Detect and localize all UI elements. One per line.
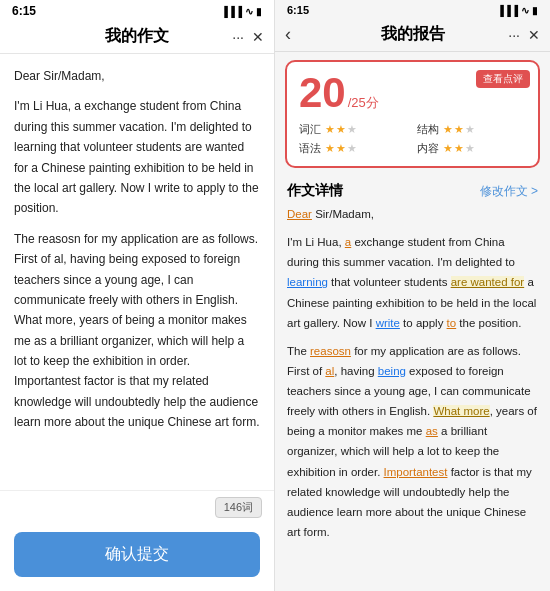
star-1: ★ [325, 123, 335, 136]
grammar-score: 语法 ★ ★ ★ [299, 141, 409, 156]
right-signal-icon: ▐▐▐ [497, 5, 518, 16]
word-count-badge: 146词 [215, 497, 262, 518]
star-3: ★ [465, 142, 475, 155]
right-status-bar: 6:15 ▐▐▐ ∿ ▮ [275, 0, 550, 18]
word-count-bar: 146词 [0, 490, 274, 524]
annotation-to: to [447, 317, 457, 329]
annotation-al: al [325, 365, 334, 377]
essay-text-area[interactable]: Dear Sir/Madam, I'm Li Hua, a exchange s… [0, 54, 274, 490]
star-1: ★ [443, 123, 453, 136]
star-3: ★ [347, 142, 357, 155]
star-2: ★ [454, 142, 464, 155]
score-grid: 词汇 ★ ★ ★ 结构 ★ ★ ★ 语法 ★ ★ [299, 122, 526, 156]
right-more-icon[interactable]: ··· [508, 27, 520, 43]
left-header: 我的作文 ··· ✕ [0, 20, 274, 54]
modify-essay-button[interactable]: 修改作文 > [480, 183, 538, 200]
annotation-dear: Dear [287, 208, 312, 220]
signal-icon: ▐▐▐ [221, 6, 242, 17]
essay-detail-header: 作文详情 修改作文 > [275, 176, 550, 204]
score-number: 20 [299, 72, 346, 114]
more-icon[interactable]: ··· [232, 29, 244, 45]
left-status-bar: 6:15 ▐▐▐ ∿ ▮ [0, 0, 274, 20]
right-header: ‹ 我的报告 ··· ✕ [275, 18, 550, 52]
right-panel: 6:15 ▐▐▐ ∿ ▮ ‹ 我的报告 ··· ✕ 查看点评 20 /25分 词… [275, 0, 550, 591]
score-total: /25分 [348, 94, 379, 112]
left-status-icons: ▐▐▐ ∿ ▮ [221, 6, 262, 17]
annotation-are-wanted-for: are wanted for [451, 276, 525, 288]
left-panel: 6:15 ▐▐▐ ∿ ▮ 我的作文 ··· ✕ Dear Sir/Madam, … [0, 0, 275, 591]
structure-stars: ★ ★ ★ [443, 123, 475, 136]
structure-score: 结构 ★ ★ ★ [417, 122, 527, 137]
content-stars: ★ ★ ★ [443, 142, 475, 155]
vocab-label: 词汇 [299, 122, 321, 137]
annotation-importantest: Importantest [384, 466, 448, 478]
detail-paragraph-2: The reasosn for my application are as fo… [287, 341, 538, 542]
essay-paragraph-1: I'm Li Hua, a exchange student from Chin… [14, 96, 260, 218]
essay-paragraph-2: The reasosn for my application are as fo… [14, 229, 260, 433]
star-1: ★ [325, 142, 335, 155]
right-header-title: 我的报告 [381, 24, 445, 45]
wifi-icon: ∿ [245, 6, 253, 17]
battery-icon: ▮ [256, 6, 262, 17]
annotation-reasosn: reasosn [310, 345, 351, 357]
score-card: 查看点评 20 /25分 词汇 ★ ★ ★ 结构 ★ ★ ★ [285, 60, 540, 168]
star-2: ★ [454, 123, 464, 136]
left-header-title: 我的作文 [105, 26, 169, 47]
annotation-write: write [376, 317, 400, 329]
grammar-stars: ★ ★ ★ [325, 142, 357, 155]
content-score: 内容 ★ ★ ★ [417, 141, 527, 156]
right-header-actions: ··· ✕ [508, 27, 540, 43]
vocab-score: 词汇 ★ ★ ★ [299, 122, 409, 137]
submit-btn-area: 确认提交 [0, 524, 274, 591]
back-icon[interactable]: ‹ [285, 24, 291, 45]
essay-detail-content[interactable]: Dear Sir/Madam, I'm Li Hua, a exchange s… [275, 204, 550, 591]
right-status-icons: ▐▐▐ ∿ ▮ [497, 5, 538, 16]
submit-button[interactable]: 确认提交 [14, 532, 260, 577]
content-label: 内容 [417, 141, 439, 156]
star-2: ★ [336, 142, 346, 155]
star-3: ★ [465, 123, 475, 136]
left-header-actions: ··· ✕ [232, 29, 264, 45]
star-2: ★ [336, 123, 346, 136]
right-wifi-icon: ∿ [521, 5, 529, 16]
vocab-stars: ★ ★ ★ [325, 123, 357, 136]
right-time: 6:15 [287, 4, 309, 16]
left-time: 6:15 [12, 4, 36, 18]
grammar-label: 语法 [299, 141, 321, 156]
star-1: ★ [443, 142, 453, 155]
annotation-learning: learning [287, 276, 328, 288]
right-battery-icon: ▮ [532, 5, 538, 16]
view-details-button[interactable]: 查看点评 [476, 70, 530, 88]
right-close-icon[interactable]: ✕ [528, 27, 540, 43]
annotation-being: being [378, 365, 406, 377]
essay-salutation: Dear Sir/Madam, [14, 66, 260, 86]
star-3: ★ [347, 123, 357, 136]
detail-paragraph-salutation: Dear Sir/Madam, [287, 204, 538, 224]
detail-paragraph-1: I'm Li Hua, a exchange student from Chin… [287, 232, 538, 333]
close-icon[interactable]: ✕ [252, 29, 264, 45]
structure-label: 结构 [417, 122, 439, 137]
annotation-a: a [345, 236, 351, 248]
annotation-what-more: What more [433, 405, 489, 417]
annotation-as: as [426, 425, 438, 437]
essay-detail-title: 作文详情 [287, 182, 343, 200]
